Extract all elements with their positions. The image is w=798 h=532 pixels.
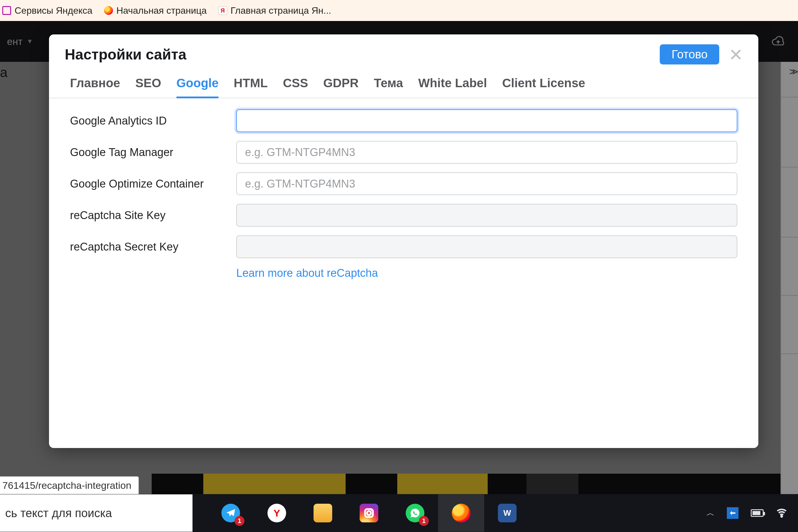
taskbar-search[interactable]: сь текст для поиска bbox=[0, 494, 192, 532]
recaptcha-secret-input[interactable] bbox=[236, 235, 737, 258]
instagram-icon bbox=[360, 504, 378, 522]
taskbar-apps: 1 Y 1 W bbox=[208, 494, 530, 532]
browser-bookmarks-bar: Сервисы Яндекса Начальная страница Я Гла… bbox=[0, 0, 798, 21]
tab-gdpr[interactable]: GDPR bbox=[323, 76, 359, 98]
recaptcha-site-label: reCaptcha Site Key bbox=[70, 209, 228, 222]
optimize-label: Google Optimize Container bbox=[70, 178, 228, 190]
taskbar-app-yandex[interactable]: Y bbox=[254, 494, 300, 532]
taskbar-app-whatsapp[interactable]: 1 bbox=[392, 494, 438, 532]
learn-more-recaptcha-link[interactable]: Learn more about reCaptcha bbox=[236, 267, 378, 279]
word-icon: W bbox=[498, 504, 516, 522]
taskbar-app-word[interactable]: W bbox=[484, 494, 530, 532]
tray-app-icon[interactable] bbox=[727, 507, 739, 519]
site-settings-modal: Настройки сайта Готово Главное SEO Googl… bbox=[49, 34, 758, 448]
tray-overflow-icon[interactable]: ︿ bbox=[706, 508, 715, 518]
notification-badge: 1 bbox=[419, 516, 429, 526]
svg-point-3 bbox=[371, 510, 372, 511]
tab-white-label[interactable]: White Label bbox=[418, 76, 487, 98]
bookmark-item[interactable]: Начальная страница bbox=[104, 5, 207, 16]
svg-point-4 bbox=[781, 516, 782, 517]
google-settings-form: Google Analytics ID Google Tag Manager G… bbox=[49, 98, 758, 290]
wifi-icon[interactable] bbox=[776, 507, 787, 519]
ga-id-input[interactable] bbox=[236, 109, 737, 132]
taskbar-app-firefox[interactable] bbox=[438, 494, 484, 532]
taskbar-app-telegram[interactable]: 1 bbox=[208, 494, 254, 532]
taskbar-app-explorer[interactable] bbox=[300, 494, 346, 532]
settings-tabs: Главное SEO Google HTML CSS GDPR Тема Wh… bbox=[49, 68, 758, 98]
tab-html[interactable]: HTML bbox=[234, 76, 268, 98]
status-bar-url: 761415/recaptcha-integration bbox=[0, 476, 139, 494]
bookmark-label: Начальная страница bbox=[116, 5, 207, 16]
svg-point-2 bbox=[367, 511, 371, 515]
taskbar-search-placeholder: сь текст для поиска bbox=[5, 507, 112, 520]
tab-main[interactable]: Главное bbox=[70, 76, 120, 98]
bookmark-item[interactable]: Я Главная страница Ян... bbox=[218, 5, 331, 16]
yandex-icon: Y bbox=[267, 504, 286, 522]
optimize-input[interactable] bbox=[236, 172, 737, 195]
ga-id-label: Google Analytics ID bbox=[70, 115, 228, 127]
firefox-icon bbox=[452, 504, 471, 522]
battery-icon[interactable] bbox=[751, 509, 764, 517]
file-explorer-icon bbox=[314, 504, 332, 522]
bookmark-icon bbox=[2, 6, 11, 15]
modal-title: Настройки сайта bbox=[65, 46, 186, 63]
done-button[interactable]: Готово bbox=[660, 44, 719, 64]
modal-header: Настройки сайта Готово bbox=[49, 34, 758, 68]
system-tray: ︿ bbox=[706, 507, 798, 519]
tab-css[interactable]: CSS bbox=[283, 76, 308, 98]
tab-google[interactable]: Google bbox=[176, 76, 219, 98]
tab-client-license[interactable]: Client License bbox=[502, 76, 585, 98]
tab-seo[interactable]: SEO bbox=[135, 76, 161, 98]
tab-theme[interactable]: Тема bbox=[374, 76, 403, 98]
recaptcha-secret-label: reCaptcha Secret Key bbox=[70, 241, 228, 253]
bookmark-label: Главная страница Ян... bbox=[231, 5, 331, 16]
windows-taskbar: сь текст для поиска 1 Y 1 bbox=[0, 494, 798, 532]
bookmark-item[interactable]: Сервисы Яндекса bbox=[2, 5, 93, 16]
taskbar-app-instagram[interactable] bbox=[346, 494, 392, 532]
gtm-input[interactable] bbox=[236, 141, 737, 164]
bookmark-label: Сервисы Яндекса bbox=[15, 5, 93, 16]
notification-badge: 1 bbox=[234, 516, 244, 526]
close-icon[interactable] bbox=[729, 48, 743, 61]
yandex-icon: Я bbox=[218, 6, 227, 15]
gtm-label: Google Tag Manager bbox=[70, 146, 228, 159]
recaptcha-site-input[interactable] bbox=[236, 204, 737, 227]
firefox-icon bbox=[104, 6, 113, 15]
